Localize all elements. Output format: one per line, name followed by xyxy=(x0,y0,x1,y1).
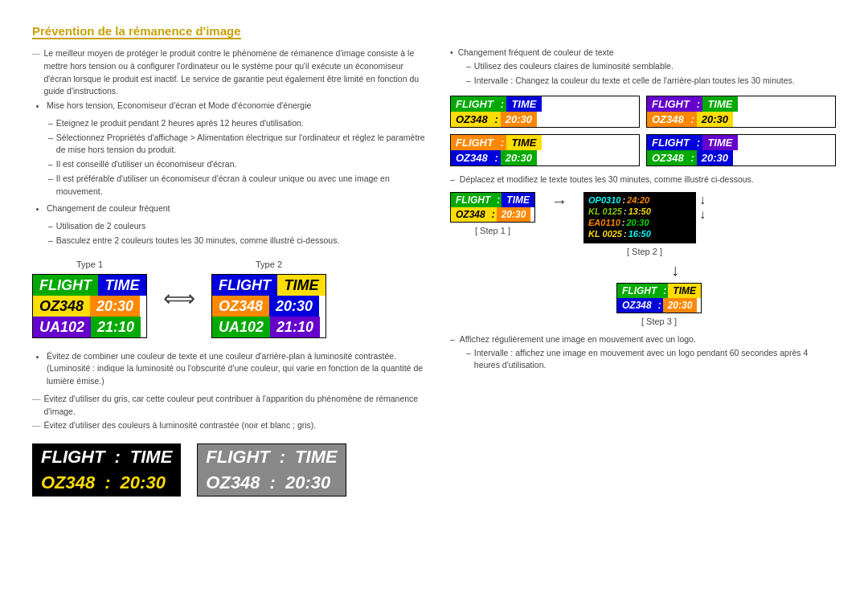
t1-flight: FLIGHT xyxy=(33,275,98,296)
cb4-flight: FLIGHT xyxy=(647,135,694,150)
t2-oz348: OZ348 xyxy=(212,296,269,317)
s3-time: TIME xyxy=(668,284,701,298)
gb-time-val: 20:30 xyxy=(277,470,338,496)
step3-board: FLIGHT : TIME OZ348 : 20:30 xyxy=(616,283,702,313)
scroll-sep1: : xyxy=(622,195,625,205)
s3-oz: OZ348 xyxy=(617,298,657,313)
sub2b: Basculez entre 2 couleurs toutes les 30 … xyxy=(32,235,426,247)
step3-label: [ Step 3 ] xyxy=(641,317,677,326)
down-arrows: ↓ ↓ xyxy=(699,192,706,221)
t2-ua102: UA102 xyxy=(212,317,270,337)
cb4-sep2: : xyxy=(689,150,697,166)
t2-flight: FLIGHT xyxy=(212,275,277,296)
scroll-row1: OP0310 : 24:20 xyxy=(588,195,691,205)
cb4-time: TIME xyxy=(702,135,738,150)
scroll-row4: KL 0025 : 16:50 xyxy=(588,229,691,239)
cb2-sep2: : xyxy=(689,112,697,127)
sub1a: Eteignez le produit pendant 2 heures apr… xyxy=(32,117,426,130)
t1-time-label: TIME xyxy=(98,275,146,296)
color-board-4: FLIGHT : TIME OZ348 : 20:30 xyxy=(646,134,836,166)
cb3-sep: : xyxy=(498,135,506,150)
dash3-text: Évitez d'utiliser des couleurs à luminos… xyxy=(32,419,426,432)
s1-oz: OZ348 xyxy=(451,207,490,222)
cb2-time: TIME xyxy=(702,96,738,112)
bb-time: TIME xyxy=(122,444,181,470)
bb-colon2: : xyxy=(103,470,112,496)
t1-ua102: UA102 xyxy=(33,317,91,337)
down-arrow-1: ↓ xyxy=(699,194,706,206)
gb-time: TIME xyxy=(287,444,346,470)
type2-label: Type 2 xyxy=(211,260,326,269)
black-board: FLIGHT : TIME OZ348 : 20:30 xyxy=(32,443,181,497)
s1-sep: : xyxy=(495,193,502,207)
color-board-1: FLIGHT : TIME OZ348 : 20:30 xyxy=(450,96,640,128)
s3-flight: FLIGHT xyxy=(617,284,661,298)
page-title: Prévention de la rémanence d'image xyxy=(32,24,241,39)
cb2-sep: : xyxy=(694,96,702,112)
bottom-boards: FLIGHT : TIME OZ348 : 20:30 FLIGHT xyxy=(32,443,426,497)
right-dash1: Déplacez et modifiez le texte toutes les… xyxy=(450,174,836,184)
step2-box: OP0310 : 24:20 KL 0125 : 13:50 EA0110 : xyxy=(583,192,706,256)
right-column: Changement fréquent de couleur de texte … xyxy=(450,47,836,497)
bottom-board-gray: FLIGHT : TIME OZ348 : 20:30 xyxy=(197,443,346,497)
t2-time-label: TIME xyxy=(277,275,326,296)
color-grid: FLIGHT : TIME OZ348 : 20:30 FLIGHT : TIM… xyxy=(450,96,836,166)
scroll-r3-t1: EA0110 xyxy=(588,218,620,227)
s1-time: TIME xyxy=(502,193,534,207)
bullet3-text: Évitez de combiner une couleur de texte … xyxy=(47,350,426,388)
right-bullet1: Changement fréquent de couleur de texte xyxy=(450,47,836,57)
cb1-flight: FLIGHT xyxy=(451,96,498,112)
gb-flight: FLIGHT xyxy=(198,444,277,470)
scroll-r2-t2: 13:50 xyxy=(628,206,651,216)
type2-section: Type 2 FLIGHT TIME OZ348 20:30 UA102 21:… xyxy=(211,260,326,338)
scroll-r1-t2: 24:20 xyxy=(627,195,649,205)
sub2a: Utilisation de 2 couleurs xyxy=(32,220,426,233)
right-sub1a: Utilisez des couleurs claires de luminos… xyxy=(450,60,836,73)
arrow-right-icon: → xyxy=(551,192,567,210)
scroll-sep2: : xyxy=(624,206,627,216)
s3-sep: : xyxy=(661,284,668,298)
scrolling-board: OP0310 : 24:20 KL 0125 : 13:50 EA0110 : xyxy=(583,192,696,243)
step1-label: [ Step 1 ] xyxy=(475,226,510,235)
step1-box: FLIGHT : TIME OZ348 : 20:30 [ Step 1 ] xyxy=(450,192,535,235)
t1-oz348: OZ348 xyxy=(33,296,90,317)
t1-time-val: 20:30 xyxy=(90,296,140,317)
cb3-tv: 20:30 xyxy=(501,150,537,166)
gb-oz348: OZ348 xyxy=(198,470,268,496)
bb-colon: : xyxy=(113,444,121,470)
s1-tv: 20:30 xyxy=(497,207,531,222)
step3-box: FLIGHT : TIME OZ348 : 20:30 [ Step 3 ] xyxy=(482,283,836,326)
t2-ua102-time: 21:10 xyxy=(270,317,320,337)
scroll-sep3: : xyxy=(622,218,625,227)
t2-time-val: 20:30 xyxy=(269,296,319,317)
sub1d: Il est préférable d'utiliser un économis… xyxy=(32,173,426,198)
cb3-sep2: : xyxy=(493,150,501,166)
sub1b: Sélectionnez Propriétés d'affichage > Al… xyxy=(32,132,426,157)
cb3-flight: FLIGHT xyxy=(451,135,498,150)
type2-board: FLIGHT TIME OZ348 20:30 UA102 21:10 xyxy=(211,274,326,338)
cb1-sep2: : xyxy=(493,112,501,127)
scroll-r1-t1: OP0310 xyxy=(588,195,620,205)
sub1c: Il est conseillé d'utiliser un économise… xyxy=(32,158,426,171)
down-arrow-2: ↓ xyxy=(699,208,706,221)
step3-down-arrow: ↓ xyxy=(671,261,679,280)
color-board-3: FLIGHT : TIME OZ348 : 20:30 xyxy=(450,134,640,166)
gb-colon2: : xyxy=(268,470,277,496)
cb2-flight: FLIGHT xyxy=(647,96,694,112)
bottom-board-black: FLIGHT : TIME OZ348 : 20:30 xyxy=(32,443,181,497)
cb1-oz: OZ348 xyxy=(451,112,493,127)
bullet2-text: Changement de couleur fréquent xyxy=(47,202,426,215)
type-comparison: Type 1 FLIGHT TIME OZ348 20:30 UA102 21:… xyxy=(32,260,426,338)
cb1-tv: 20:30 xyxy=(501,112,537,127)
type1-section: Type 1 FLIGHT TIME OZ348 20:30 UA102 21:… xyxy=(32,260,147,338)
cb1-time: TIME xyxy=(506,96,542,112)
cb2-oz: OZ348 xyxy=(647,112,689,127)
scroll-r3-t2: 20:30 xyxy=(626,218,649,227)
step-section: FLIGHT : TIME OZ348 : 20:30 [ Step 1 ] → xyxy=(450,192,836,256)
scroll-r2-t1: KL 0125 xyxy=(588,206,622,216)
scroll-sep4: : xyxy=(624,229,627,239)
cb3-oz: OZ348 xyxy=(451,150,493,166)
step2-label: [ Step 2 ] xyxy=(627,247,662,256)
dash2-text: Évitez d'utiliser du gris, car cette cou… xyxy=(32,393,426,419)
right-sub2: Intervalle : affichez une image en mouve… xyxy=(450,347,836,373)
